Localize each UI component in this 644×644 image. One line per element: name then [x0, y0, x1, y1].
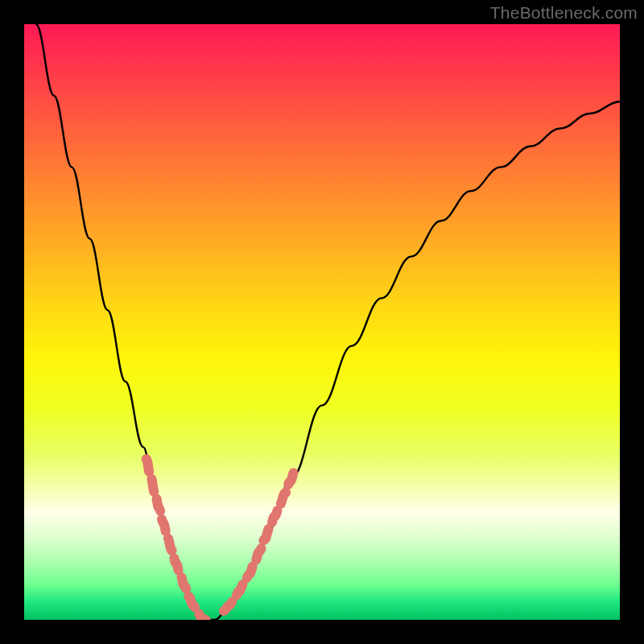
left-highlight-segment — [147, 459, 206, 620]
right-highlight-segment — [224, 470, 295, 611]
bottleneck-curve — [36, 24, 620, 620]
outer-frame: TheBottleneck.com — [0, 0, 644, 644]
watermark-text: TheBottleneck.com — [490, 3, 638, 23]
chart-svg — [24, 24, 620, 620]
plot-area — [24, 24, 620, 620]
curve-group — [36, 24, 620, 620]
